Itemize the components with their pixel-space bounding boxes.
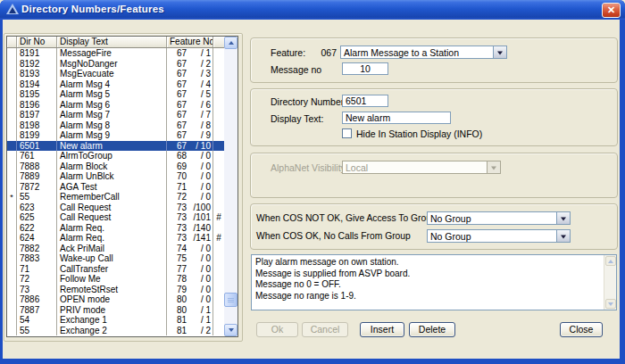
row-hash-flag: # [213, 233, 224, 244]
header-marker[interactable] [7, 37, 17, 47]
row-feature-no: 67/ 6 [167, 100, 213, 111]
row-marker [7, 89, 17, 100]
row-dir-no: 7888 [17, 161, 57, 172]
list-row[interactable]: 7883Wake-up Call75/ 0 [7, 253, 224, 264]
list-row[interactable]: 761AlrmToGroup68/ 0 [7, 151, 224, 161]
list-row[interactable]: 7888Alarm Block69/ 0 [7, 161, 224, 172]
display-text-label: Display Text: [271, 113, 323, 124]
list-row[interactable]: 8191MessageFire67/ 1 [7, 48, 224, 59]
list-row[interactable]: 7886OPEN mode80/ 0 [7, 294, 224, 305]
row-marker: * [7, 192, 17, 203]
cos-ok-label: When COS OK, No Calls From Group [256, 231, 411, 241]
feature-label: Feature: [271, 47, 305, 58]
feature-description-text: Play alarm message on own station. Messa… [255, 257, 602, 302]
list-row[interactable]: 8199Alarm Msg 967/ 9 [7, 130, 224, 141]
row-dir-no: 8195 [17, 89, 57, 100]
list-row[interactable]: 7889Alarm UnBlck70/ 0 [7, 171, 224, 182]
list-row[interactable]: 624Alarm Req.73/141# [7, 233, 224, 244]
display-text-input[interactable] [342, 112, 451, 124]
list-row[interactable]: 8198Alarm Msg 867/ 8 [7, 120, 224, 131]
row-display-text: Wake-up Call [57, 253, 167, 264]
row-display-text: AGA Test [57, 182, 167, 193]
list-row[interactable]: 8196Alarm Msg 667/ 6 [7, 100, 224, 111]
row-feature-no: 73/100 [167, 203, 213, 213]
title-bar[interactable]: Directory Numbers/Features ✕ [0, 0, 625, 20]
list-row[interactable]: 8197Alarm Msg 767/ 7 [7, 110, 224, 120]
row-dir-no: 55 [17, 192, 57, 203]
list-row[interactable]: 54Exchange 181/ 1 [7, 315, 224, 326]
list-row[interactable]: 7882Ack PriMail74/ 0 [7, 244, 224, 254]
scrollbar-thumb[interactable] [224, 293, 238, 307]
chevron-down-icon[interactable] [493, 46, 506, 58]
list-scrollbar[interactable] [224, 37, 238, 336]
close-button[interactable]: ✕ [602, 3, 621, 18]
row-feature-no: 69/ 0 [167, 161, 213, 172]
list-row[interactable]: 625Call Request73/101# [7, 212, 224, 223]
row-dir-no: 54 [17, 315, 57, 326]
alphanet-visibility-dropdown: Local [342, 161, 501, 174]
list-row[interactable]: 73RemoteStRset79/ 0 [7, 285, 224, 295]
row-hash-flag [213, 274, 224, 285]
row-marker [7, 151, 17, 161]
row-dir-no: 8194 [17, 79, 57, 90]
header-feature-no[interactable]: Feature No. [167, 37, 213, 47]
list-row[interactable]: 7887PRIV mode80/ 1 [7, 305, 224, 316]
scroll-up-icon[interactable] [605, 256, 616, 266]
list-row[interactable]: 7872AGA Test71/ 0 [7, 182, 224, 193]
delete-button[interactable]: Delete [409, 322, 455, 337]
scroll-up-icon[interactable] [224, 37, 238, 49]
list-row[interactable]: 55Exchange 281/ 2 [7, 326, 224, 336]
feature-group [250, 37, 618, 83]
header-display-text[interactable]: Display Text [57, 37, 167, 47]
row-marker [7, 161, 17, 172]
row-dir-no: 622 [17, 223, 57, 234]
cos-not-ok-dropdown[interactable]: No Group [427, 211, 571, 225]
header-hash [213, 37, 224, 47]
list-row[interactable]: 72Follow Me78/ 0 [7, 274, 224, 285]
row-hash-flag [213, 171, 224, 182]
row-marker [7, 120, 17, 131]
row-feature-no: 67/ 10 [167, 141, 213, 152]
list-row[interactable]: 8193MsgEvacuate67/ 3 [7, 69, 224, 79]
cos-ok-value: No Group [430, 231, 471, 242]
hide-in-station-checkbox[interactable] [342, 128, 352, 138]
list-row[interactable]: *55RememberCall72/ 0 [7, 192, 224, 203]
feature-description-box[interactable]: Play alarm message on own station. Messa… [251, 254, 617, 310]
description-scrollbar[interactable] [604, 255, 616, 310]
row-display-text: Follow Me [57, 274, 167, 285]
row-marker [7, 253, 17, 264]
insert-button[interactable]: Insert [360, 322, 404, 337]
row-dir-no: 8196 [17, 100, 57, 111]
scroll-down-icon[interactable] [224, 324, 238, 336]
row-marker [7, 110, 17, 120]
row-display-text: MessageFire [57, 48, 167, 59]
row-display-text: Alarm Msg 4 [57, 79, 167, 90]
directory-list[interactable]: Dir No Display Text Feature No. 8191Mess… [6, 36, 238, 337]
row-feature-no: 79/ 0 [167, 285, 213, 295]
header-dir-no[interactable]: Dir No [17, 37, 57, 47]
cos-ok-dropdown[interactable]: No Group [427, 229, 571, 243]
chevron-down-icon[interactable] [556, 212, 570, 224]
list-row[interactable]: 8195Alarm Msg 567/ 5 [7, 89, 224, 100]
directory-number-input[interactable] [342, 95, 388, 107]
row-display-text: PRIV mode [57, 305, 167, 316]
list-row[interactable]: 6501New alarm67/ 10 [7, 141, 224, 152]
row-hash-flag [213, 151, 224, 161]
close-button-bottom[interactable]: Close [560, 322, 603, 337]
list-row[interactable]: 622Alarm Req.73/140 [7, 223, 224, 234]
message-no-input[interactable] [342, 62, 388, 75]
chevron-down-icon[interactable] [556, 230, 570, 242]
row-marker [7, 294, 17, 305]
row-display-text: New alarm [57, 141, 167, 152]
list-row[interactable]: 71CallTransfer77/ 0 [7, 264, 224, 275]
row-marker [7, 233, 17, 244]
row-feature-no: 74/ 0 [167, 244, 213, 254]
row-dir-no: 7882 [17, 244, 57, 254]
feature-dropdown[interactable]: Alarm Message to a Station [340, 46, 507, 59]
row-marker [7, 79, 17, 90]
row-feature-no: 75/ 0 [167, 253, 213, 264]
list-row[interactable]: 8192MsgNoDanger67/ 2 [7, 59, 224, 70]
list-row[interactable]: 8194Alarm Msg 467/ 4 [7, 79, 224, 90]
list-row[interactable]: 623Call Request73/100 [7, 203, 224, 213]
scroll-down-icon[interactable] [605, 299, 616, 309]
